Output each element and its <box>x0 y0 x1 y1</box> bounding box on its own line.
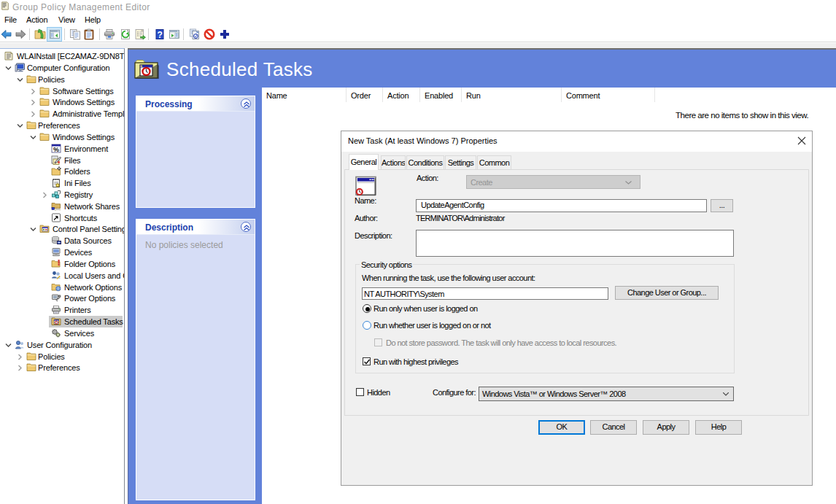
svg-text:%: % <box>53 146 59 153</box>
svg-text:?: ? <box>158 30 163 40</box>
